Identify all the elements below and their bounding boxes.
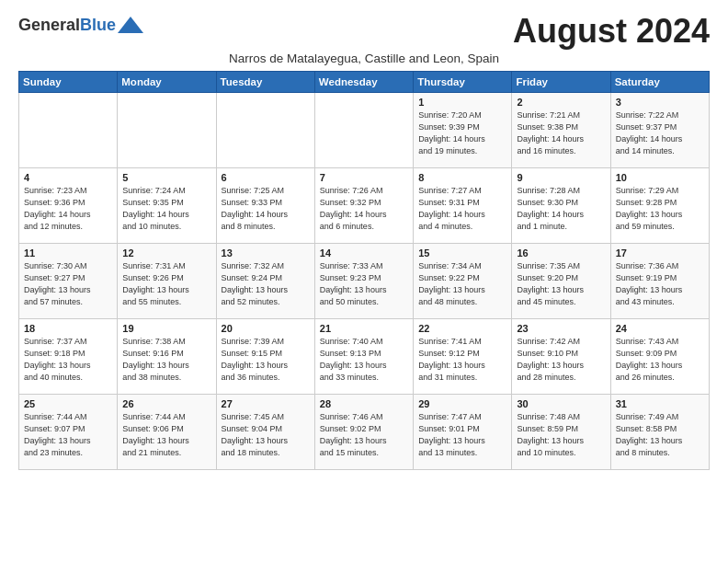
day-info: Sunrise: 7:36 AM Sunset: 9:19 PM Dayligh… [616,260,704,308]
day-cell: 31Sunrise: 7:49 AM Sunset: 8:58 PM Dayli… [610,395,709,470]
day-cell: 18Sunrise: 7:37 AM Sunset: 9:18 PM Dayli… [19,319,118,395]
day-cell: 29Sunrise: 7:47 AM Sunset: 9:01 PM Dayli… [414,395,512,470]
month-title: August 2024 [513,15,710,48]
day-number: 18 [24,323,112,334]
day-number: 28 [320,398,408,409]
page: GeneralBlue August 2024 Narros de Matala… [0,0,728,479]
day-number: 9 [517,172,605,183]
day-info: Sunrise: 7:26 AM Sunset: 9:32 PM Dayligh… [320,185,408,233]
day-number: 6 [222,172,310,183]
day-number: 11 [24,247,112,259]
day-cell: 1Sunrise: 7:20 AM Sunset: 9:39 PM Daylig… [414,93,512,168]
day-number: 13 [222,247,310,259]
day-cell: 12Sunrise: 7:31 AM Sunset: 9:26 PM Dayli… [118,244,216,319]
day-number: 29 [418,398,506,409]
col-sunday: Sunday [19,72,118,93]
day-info: Sunrise: 7:30 AM Sunset: 9:27 PM Dayligh… [24,260,112,308]
day-number: 31 [616,398,704,409]
day-cell: 4Sunrise: 7:23 AM Sunset: 9:36 PM Daylig… [19,168,118,244]
day-number: 23 [517,323,605,334]
day-info: Sunrise: 7:23 AM Sunset: 9:36 PM Dayligh… [24,185,112,233]
day-cell: 3Sunrise: 7:22 AM Sunset: 9:37 PM Daylig… [610,93,709,168]
day-info: Sunrise: 7:47 AM Sunset: 9:01 PM Dayligh… [418,411,506,459]
svg-marker-0 [118,17,143,33]
col-friday: Friday [512,72,610,93]
day-info: Sunrise: 7:39 AM Sunset: 9:15 PM Dayligh… [222,336,310,384]
day-info: Sunrise: 7:20 AM Sunset: 9:39 PM Dayligh… [418,109,506,157]
day-cell: 25Sunrise: 7:44 AM Sunset: 9:07 PM Dayli… [19,395,118,470]
day-cell: 30Sunrise: 7:48 AM Sunset: 8:59 PM Dayli… [512,395,610,470]
day-number: 10 [616,172,704,183]
week-row-3: 11Sunrise: 7:30 AM Sunset: 9:27 PM Dayli… [19,244,710,319]
day-cell: 20Sunrise: 7:39 AM Sunset: 9:15 PM Dayli… [216,319,314,395]
day-info: Sunrise: 7:44 AM Sunset: 9:06 PM Dayligh… [122,411,210,459]
day-number: 15 [418,247,506,259]
day-number: 22 [418,323,506,334]
day-number: 20 [222,323,310,334]
week-row-2: 4Sunrise: 7:23 AM Sunset: 9:36 PM Daylig… [19,168,710,244]
day-cell: 16Sunrise: 7:35 AM Sunset: 9:20 PM Dayli… [512,244,610,319]
day-number: 26 [122,398,210,409]
day-cell: 8Sunrise: 7:27 AM Sunset: 9:31 PM Daylig… [414,168,512,244]
day-cell: 14Sunrise: 7:33 AM Sunset: 9:23 PM Dayli… [314,244,413,319]
day-info: Sunrise: 7:40 AM Sunset: 9:13 PM Dayligh… [320,336,408,384]
day-info: Sunrise: 7:41 AM Sunset: 9:12 PM Dayligh… [418,336,506,384]
day-number: 1 [418,97,506,108]
day-cell: 15Sunrise: 7:34 AM Sunset: 9:22 PM Dayli… [414,244,512,319]
day-cell: 24Sunrise: 7:43 AM Sunset: 9:09 PM Dayli… [610,319,709,395]
day-info: Sunrise: 7:32 AM Sunset: 9:24 PM Dayligh… [222,260,310,308]
week-row-5: 25Sunrise: 7:44 AM Sunset: 9:07 PM Dayli… [19,395,710,470]
calendar-table: Sunday Monday Tuesday Wednesday Thursday… [18,71,710,470]
day-number: 30 [517,398,605,409]
day-info: Sunrise: 7:29 AM Sunset: 9:28 PM Dayligh… [616,185,704,233]
day-info: Sunrise: 7:42 AM Sunset: 9:10 PM Dayligh… [517,336,605,384]
day-info: Sunrise: 7:24 AM Sunset: 9:35 PM Dayligh… [122,185,210,233]
logo-general: GeneralBlue [18,17,116,33]
day-number: 7 [320,172,408,183]
day-info: Sunrise: 7:37 AM Sunset: 9:18 PM Dayligh… [24,336,112,384]
day-info: Sunrise: 7:22 AM Sunset: 9:37 PM Dayligh… [616,109,704,157]
day-info: Sunrise: 7:48 AM Sunset: 8:59 PM Dayligh… [517,411,605,459]
day-cell: 5Sunrise: 7:24 AM Sunset: 9:35 PM Daylig… [118,168,216,244]
day-cell: 7Sunrise: 7:26 AM Sunset: 9:32 PM Daylig… [314,168,413,244]
day-number: 19 [122,323,210,334]
day-cell: 21Sunrise: 7:40 AM Sunset: 9:13 PM Dayli… [314,319,413,395]
day-number: 3 [616,97,704,108]
day-cell: 2Sunrise: 7:21 AM Sunset: 9:38 PM Daylig… [512,93,610,168]
day-number: 14 [320,247,408,259]
day-info: Sunrise: 7:45 AM Sunset: 9:04 PM Dayligh… [222,411,310,459]
day-cell: 19Sunrise: 7:38 AM Sunset: 9:16 PM Dayli… [118,319,216,395]
day-info: Sunrise: 7:21 AM Sunset: 9:38 PM Dayligh… [517,109,605,157]
day-number: 8 [418,172,506,183]
col-thursday: Thursday [414,72,512,93]
day-cell: 10Sunrise: 7:29 AM Sunset: 9:28 PM Dayli… [610,168,709,244]
day-number: 2 [517,97,605,108]
day-cell: 27Sunrise: 7:45 AM Sunset: 9:04 PM Dayli… [216,395,314,470]
day-info: Sunrise: 7:44 AM Sunset: 9:07 PM Dayligh… [24,411,112,459]
day-number: 24 [616,323,704,334]
subtitle: Narros de Matalayegua, Castille and Leon… [18,52,710,65]
day-cell [19,93,118,168]
day-info: Sunrise: 7:35 AM Sunset: 9:20 PM Dayligh… [517,260,605,308]
week-row-4: 18Sunrise: 7:37 AM Sunset: 9:18 PM Dayli… [19,319,710,395]
day-info: Sunrise: 7:25 AM Sunset: 9:33 PM Dayligh… [222,185,310,233]
day-cell: 26Sunrise: 7:44 AM Sunset: 9:06 PM Dayli… [118,395,216,470]
day-number: 21 [320,323,408,334]
day-cell: 11Sunrise: 7:30 AM Sunset: 9:27 PM Dayli… [19,244,118,319]
day-info: Sunrise: 7:28 AM Sunset: 9:30 PM Dayligh… [517,185,605,233]
header: GeneralBlue August 2024 [18,15,710,48]
day-info: Sunrise: 7:38 AM Sunset: 9:16 PM Dayligh… [122,336,210,384]
day-number: 17 [616,247,704,259]
logo-icon [118,15,143,35]
col-tuesday: Tuesday [216,72,314,93]
day-info: Sunrise: 7:34 AM Sunset: 9:22 PM Dayligh… [418,260,506,308]
day-cell: 17Sunrise: 7:36 AM Sunset: 9:19 PM Dayli… [610,244,709,319]
day-cell: 28Sunrise: 7:46 AM Sunset: 9:02 PM Dayli… [314,395,413,470]
day-info: Sunrise: 7:43 AM Sunset: 9:09 PM Dayligh… [616,336,704,384]
day-cell [314,93,413,168]
day-cell [216,93,314,168]
col-saturday: Saturday [610,72,709,93]
day-cell: 9Sunrise: 7:28 AM Sunset: 9:30 PM Daylig… [512,168,610,244]
day-info: Sunrise: 7:49 AM Sunset: 8:58 PM Dayligh… [616,411,704,459]
day-cell: 23Sunrise: 7:42 AM Sunset: 9:10 PM Dayli… [512,319,610,395]
